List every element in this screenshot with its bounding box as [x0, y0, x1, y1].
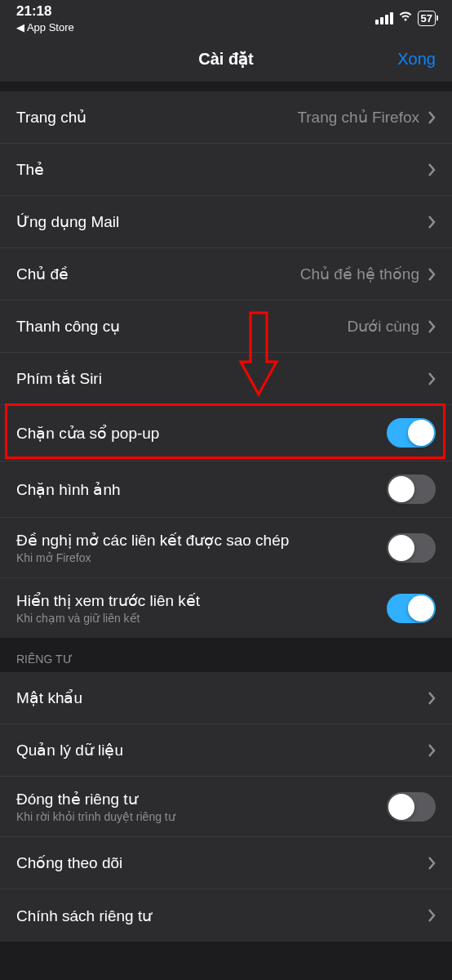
page-title: Cài đặt: [198, 49, 254, 69]
row-value: Chủ đề hệ thống: [300, 265, 419, 283]
chevron-right-icon: [428, 743, 436, 758]
row-label: Thanh công cụ: [16, 317, 348, 336]
chevron-right-icon: [428, 856, 436, 871]
row-label: Chống theo dõi: [16, 853, 428, 872]
row-tabs[interactable]: Thẻ: [0, 144, 452, 196]
row-data-management[interactable]: Quản lý dữ liệu: [0, 724, 452, 777]
battery-percentage: 57: [421, 12, 432, 24]
row-label: Ứng dụng Mail: [16, 212, 428, 231]
row-passwords[interactable]: Mật khẩu: [0, 672, 452, 724]
row-label: Phím tắt Siri: [16, 369, 428, 388]
row-copied-links: Đề nghị mở các liên kết được sao chép Kh…: [0, 518, 452, 578]
toggle-block-images[interactable]: [387, 474, 436, 504]
row-label: Chặn hình ảnh: [16, 480, 387, 499]
row-block-images: Chặn hình ảnh: [0, 461, 452, 518]
chevron-right-icon: [428, 163, 436, 177]
settings-list: Trang chủ Trang chủ Firefox Thẻ Ứng dụng…: [0, 91, 452, 638]
row-home[interactable]: Trang chủ Trang chủ Firefox: [0, 91, 452, 144]
row-label: Quản lý dữ liệu: [16, 741, 428, 760]
toggle-copied-links[interactable]: [387, 533, 436, 563]
row-label: Thẻ: [16, 160, 428, 179]
chevron-right-icon: [428, 110, 436, 125]
chevron-right-icon: [428, 372, 436, 386]
chevron-right-icon: [428, 691, 436, 706]
toggle-close-private[interactable]: [387, 792, 436, 822]
toggle-link-preview[interactable]: [387, 594, 436, 623]
battery-indicator: 57: [418, 11, 436, 26]
row-sublabel: Khi chạm và giữ liên kết: [16, 612, 387, 625]
cellular-signal-icon: [375, 12, 393, 24]
section-header-privacy: RIÊNG TƯ: [0, 638, 452, 672]
row-label: Đề nghị mở các liên kết được sao chép: [16, 531, 387, 550]
chevron-right-icon: [428, 267, 436, 282]
wifi-icon: [398, 11, 413, 25]
status-time: 21:18: [16, 3, 51, 20]
status-bar: 21:18 ◀ App Store 57: [0, 0, 452, 36]
row-label: Chủ đề: [16, 265, 300, 283]
back-to-appstore-link[interactable]: ◀ App Store: [16, 21, 74, 33]
row-sublabel: Khi mở Firefox: [16, 551, 387, 564]
row-label: Đóng thẻ riêng tư: [16, 790, 387, 808]
row-label: Mật khẩu: [16, 688, 428, 707]
chevron-right-icon: [428, 215, 436, 229]
row-siri-shortcuts[interactable]: Phím tắt Siri: [0, 353, 452, 405]
settings-header: Cài đặt Xong: [0, 36, 452, 82]
chevron-right-icon: [428, 908, 436, 923]
row-privacy-policy[interactable]: Chính sách riêng tư: [0, 889, 452, 942]
row-mail-app[interactable]: Ứng dụng Mail: [0, 196, 452, 248]
row-value: Dưới cùng: [348, 317, 419, 336]
row-label: Chặn cửa sổ pop-up: [16, 424, 387, 443]
row-link-preview: Hiển thị xem trước liên kết Khi chạm và …: [0, 578, 452, 638]
row-label: Trang chủ: [16, 108, 297, 127]
row-sublabel: Khi rời khỏi trình duyệt riêng tư: [16, 810, 387, 823]
status-right: 57: [375, 11, 436, 26]
row-value: Trang chủ Firefox: [297, 108, 419, 127]
section-gap: [0, 82, 452, 91]
row-toolbar[interactable]: Thanh công cụ Dưới cùng: [0, 301, 452, 353]
row-label: Hiển thị xem trước liên kết: [16, 591, 387, 610]
privacy-list: Mật khẩu Quản lý dữ liệu Đóng thẻ riêng …: [0, 672, 452, 942]
row-tracking-protection[interactable]: Chống theo dõi: [0, 837, 452, 889]
row-close-private-tabs: Đóng thẻ riêng tư Khi rời khỏi trình duy…: [0, 777, 452, 837]
row-theme[interactable]: Chủ đề Chủ đề hệ thống: [0, 248, 452, 301]
done-button[interactable]: Xong: [397, 50, 436, 69]
toggle-block-popup[interactable]: [387, 418, 436, 448]
status-left: 21:18 ◀ App Store: [16, 3, 74, 33]
chevron-right-icon: [428, 319, 436, 334]
row-block-popup: Chặn cửa sổ pop-up: [0, 405, 452, 461]
row-label: Chính sách riêng tư: [16, 906, 428, 925]
